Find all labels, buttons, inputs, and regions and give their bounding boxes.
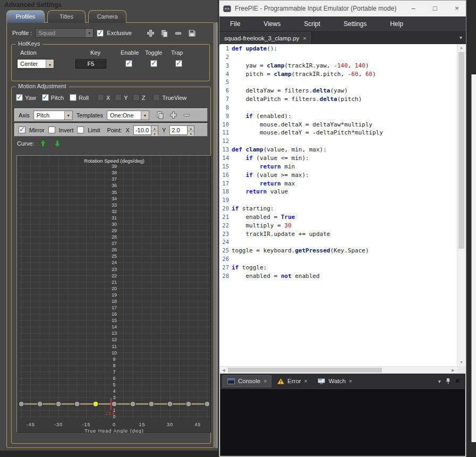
roll-checkbox[interactable] <box>70 94 76 101</box>
spin-down-icon[interactable] <box>151 131 158 136</box>
window-title[interactable]: Advanced Settings <box>4 1 62 9</box>
tab-profiles[interactable]: Profiles <box>6 10 45 23</box>
code-line[interactable]: 16 if (value >= max): <box>220 171 457 180</box>
scroll-left-icon[interactable] <box>220 367 227 374</box>
hotkey-enable-checkbox[interactable] <box>125 60 132 67</box>
yaw-checkbox[interactable] <box>16 94 23 101</box>
chevron-down-icon[interactable] <box>141 111 149 120</box>
code-line[interactable]: 4 pitch = clamp(trackIR.pitch, -60, 60) <box>220 70 457 79</box>
code-line[interactable]: 17 return max <box>220 180 457 188</box>
save-profile-button[interactable] <box>186 28 197 38</box>
scroll-down-icon[interactable] <box>457 359 465 366</box>
chevron-down-icon[interactable] <box>85 29 93 37</box>
script-editor[interactable]: 1def update():23 yaw = clamp(trackIR.yaw… <box>220 44 465 374</box>
freepie-titlebar[interactable]: FreePIE - Programmable Input Emulator (P… <box>219 1 466 16</box>
close-button[interactable]: × <box>448 2 466 15</box>
code-line[interactable]: 21 enabled = True <box>220 213 457 222</box>
pin-icon[interactable] <box>446 378 450 384</box>
profile-select[interactable]: Squad <box>35 28 94 38</box>
close-watch-icon[interactable]: × <box>349 378 352 384</box>
tab-list-caret-icon[interactable] <box>460 35 462 40</box>
code-line[interactable]: 28 enabled = not enabled <box>220 272 457 281</box>
close-tab-icon[interactable]: × <box>303 35 306 41</box>
horizontal-scroll-thumb[interactable] <box>228 368 382 373</box>
menu-views[interactable]: Views <box>264 20 280 28</box>
editor-horizontal-scrollbar[interactable] <box>220 366 457 374</box>
tab-console[interactable]: Console × <box>223 375 271 387</box>
maximize-button[interactable]: □ <box>426 2 444 15</box>
code-line[interactable]: 25toggle = keyboard.getPressed(Key.Space… <box>220 247 457 255</box>
hotkey-key-field[interactable]: F5 <box>75 59 106 69</box>
templates-select[interactable]: One:One <box>107 111 149 120</box>
hotkey-toggle-checkbox[interactable] <box>150 60 157 67</box>
remove-profile-button[interactable] <box>173 28 183 38</box>
code-line[interactable]: 9 if (enabled): <box>220 112 457 121</box>
exclusive-checkbox[interactable] <box>97 30 104 37</box>
menu-file[interactable]: File <box>230 20 240 28</box>
code-line[interactable]: 26 <box>220 255 457 264</box>
code-area[interactable]: 1def update():23 yaw = clamp(trackIR.yaw… <box>220 45 457 366</box>
settings-scrollbar[interactable] <box>214 22 218 448</box>
tab-camera[interactable]: Camera <box>88 10 126 23</box>
code-line[interactable]: 24 <box>220 238 457 247</box>
code-line[interactable]: 14 if (value <= min): <box>220 154 457 163</box>
code-line[interactable]: 12 <box>220 137 457 146</box>
hotkey-action-select[interactable]: Center <box>17 59 54 69</box>
code-line[interactable]: 23 trackIR.update += update <box>220 230 457 239</box>
close-panel-icon[interactable]: × <box>455 376 460 386</box>
spin-up-icon[interactable] <box>188 126 194 131</box>
chevron-down-icon[interactable] <box>46 60 54 68</box>
code-line[interactable]: 3 yaw = clamp(trackIR.yaw, -140, 140) <box>220 62 457 70</box>
code-line[interactable]: 18 return value <box>220 188 457 196</box>
document-tab[interactable]: squad-freelook_3_clamp.py × <box>219 32 312 45</box>
minimize-button[interactable]: – <box>404 2 422 15</box>
pitch-checkbox[interactable] <box>42 94 49 101</box>
invert-checkbox[interactable] <box>48 126 55 133</box>
editor-vertical-scrollbar[interactable] <box>457 44 465 366</box>
tab-titles[interactable]: Titles <box>47 10 86 23</box>
code-line[interactable]: 1def update(): <box>220 45 457 53</box>
menu-script[interactable]: Script <box>304 20 320 28</box>
hotkey-trap-checkbox[interactable] <box>175 60 182 67</box>
axis-select[interactable]: Pitch <box>33 111 73 120</box>
copy-curve-button[interactable] <box>155 111 166 120</box>
point-x-value[interactable]: -10.0 <box>133 125 151 135</box>
chevron-down-icon[interactable] <box>64 111 72 120</box>
spin-down-icon[interactable] <box>188 131 194 136</box>
code-line[interactable]: 22 multiply = 30 <box>220 222 457 230</box>
caret-down-icon[interactable] <box>438 378 441 384</box>
tab-error[interactable]: Error × <box>273 375 312 387</box>
scroll-right-icon[interactable] <box>449 367 457 374</box>
limit-checkbox[interactable] <box>77 126 84 133</box>
menu-help[interactable]: Help <box>390 20 403 28</box>
code-line[interactable]: 10 mouse.deltaX = deltaYaw*multiply <box>220 121 457 129</box>
vertical-scroll-thumb[interactable] <box>458 52 464 249</box>
code-line[interactable]: 8 <box>220 104 457 112</box>
code-line[interactable]: 13def clamp(value, min, max): <box>220 146 457 154</box>
remove-point-button[interactable] <box>182 111 192 120</box>
code-text: yaw = clamp(trackIR.yaw, -140, 140) <box>232 62 369 70</box>
code-line[interactable]: 2 <box>220 53 457 62</box>
menu-settings[interactable]: Settings <box>344 20 367 28</box>
curve-up-button[interactable] <box>38 139 48 148</box>
close-console-icon[interactable]: × <box>264 378 267 384</box>
rotation-curve-chart[interactable]: 0123456789101112131415161718192021222324… <box>16 155 211 433</box>
curve-down-button[interactable] <box>52 139 63 148</box>
code-line[interactable]: 5 <box>220 78 457 87</box>
spin-up-icon[interactable] <box>151 126 158 131</box>
code-line[interactable]: 6 deltaYaw = filters.delta(yaw) <box>220 87 457 95</box>
add-point-button[interactable] <box>168 111 179 120</box>
code-line[interactable]: 19 <box>220 196 457 205</box>
code-line[interactable]: 15 return min <box>220 163 457 171</box>
code-line[interactable]: 11 mouse.deltaY = -deltaPitch*multiply <box>220 129 457 137</box>
add-profile-button[interactable] <box>145 28 156 38</box>
point-y-value[interactable]: 2.0 <box>169 125 188 135</box>
copy-profile-button[interactable] <box>159 28 169 38</box>
code-line[interactable]: 7 deltaPitch = filters.delta(pitch) <box>220 95 457 104</box>
code-line[interactable]: 20if starting: <box>220 205 457 213</box>
code-line[interactable]: 27if toggle: <box>220 264 457 272</box>
scroll-up-icon[interactable] <box>457 44 465 52</box>
close-error-icon[interactable]: × <box>304 378 308 384</box>
mirror-checkbox[interactable] <box>19 126 26 133</box>
tab-watch[interactable]: Watch × <box>313 375 356 387</box>
